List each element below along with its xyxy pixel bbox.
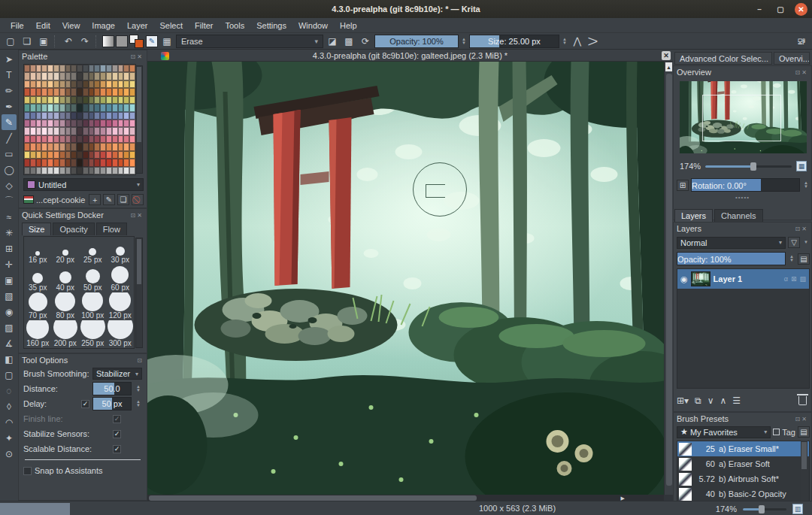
palette-folder-button[interactable]: ❏	[117, 194, 129, 205]
palette-swatch[interactable]	[59, 143, 65, 150]
move-layer-up-icon[interactable]: ∧	[720, 395, 726, 406]
tag-label[interactable]: Tag	[782, 428, 795, 437]
palette-swatch[interactable]	[94, 88, 100, 95]
zoom-tool-tool-icon[interactable]: ⊙	[2, 446, 17, 462]
palette-add-button[interactable]: ＋	[89, 194, 101, 205]
palette-swatch[interactable]	[24, 65, 30, 72]
palette-swatch[interactable]	[112, 104, 118, 111]
palette-swatch[interactable]	[77, 159, 83, 166]
palette-swatch[interactable]	[24, 120, 30, 127]
docker-float-close-icons[interactable]: ⊡✕	[131, 212, 144, 219]
layer-properties-icon[interactable]: ▤	[798, 253, 810, 265]
palette-swatch[interactable]	[65, 151, 71, 159]
palette-swatch[interactable]	[118, 127, 124, 135]
palette-swatch[interactable]	[36, 72, 42, 80]
tab-channels[interactable]: Channels	[714, 209, 762, 222]
brush-smoothing-combo[interactable]: Stabilizer ▾	[92, 368, 142, 380]
palette-swatch[interactable]	[89, 104, 95, 111]
palette-swatch[interactable]	[53, 72, 59, 80]
palette-swatch[interactable]	[71, 135, 77, 143]
palette-swatch[interactable]	[106, 104, 112, 111]
palette-swatch[interactable]	[89, 127, 95, 135]
palette-swatch[interactable]	[112, 120, 118, 127]
palette-swatch[interactable]	[30, 127, 36, 135]
palette-swatch[interactable]	[71, 167, 77, 174]
palette-swatch[interactable]	[94, 167, 100, 174]
palette-swatch[interactable]	[118, 120, 124, 127]
brush-preset-row[interactable]: 60a) Eraser Soft	[677, 456, 809, 471]
palette-swatch[interactable]	[36, 167, 42, 174]
palette-swatch[interactable]	[89, 96, 95, 104]
brush-size-option[interactable]: 250 px	[79, 320, 107, 348]
palette-swatch[interactable]	[77, 120, 83, 127]
palette-swatch[interactable]	[47, 104, 53, 111]
palette-swatch[interactable]	[77, 104, 83, 111]
layer-opacity-spinner[interactable]: ▲▼	[788, 255, 795, 262]
canvas-only-icon[interactable]: ▦	[796, 161, 807, 171]
window-titlebar[interactable]: 4.3.0-prealpha (git 8c9b10e): * — Krita …	[0, 0, 812, 18]
brush-size-option[interactable]: 200 px	[52, 320, 80, 348]
palette-swatch[interactable]	[24, 72, 30, 80]
palette-swatch[interactable]	[89, 72, 95, 80]
palette-swatch[interactable]	[129, 120, 135, 127]
delay-spinner[interactable]: ▲▼	[135, 400, 142, 407]
pattern-edit-tool-icon[interactable]: ▨	[2, 320, 17, 335]
palette-swatch[interactable]	[77, 72, 83, 80]
transform-tool-icon[interactable]: ⊞	[2, 241, 17, 256]
palette-swatch[interactable]	[47, 72, 53, 80]
gradient-tool-tool-icon[interactable]: ▧	[2, 288, 17, 304]
palette-swatch[interactable]	[41, 151, 47, 159]
brush-presets-title[interactable]: Brush Presets ⊡✕	[674, 413, 811, 425]
palette-swatch[interactable]	[24, 112, 30, 120]
toolbar-options-icon[interactable]: 🖳	[794, 35, 809, 48]
blending-mode-combo[interactable]: Erase ▾	[176, 35, 323, 48]
brush-size-option[interactable]: 80 px	[52, 292, 80, 320]
palette-swatch[interactable]	[24, 104, 30, 111]
tab-opacity[interactable]: Opacity	[53, 223, 94, 235]
palette-swatch[interactable]	[118, 112, 124, 120]
statusbar-zoom-slider[interactable]	[743, 508, 786, 510]
brush-size-option[interactable]: 16 px	[24, 237, 52, 265]
palette-swatch[interactable]	[118, 167, 124, 174]
palette-swatch[interactable]	[123, 112, 129, 120]
palette-swatch[interactable]	[94, 72, 100, 80]
edit-shapes-tool-icon[interactable]: ✏	[2, 83, 17, 98]
palette-swatch[interactable]	[41, 159, 47, 166]
palette-swatch[interactable]	[100, 167, 106, 174]
layer-opacity-slider[interactable]: Opacity: 100%	[677, 252, 786, 265]
fill-tool-icon[interactable]: ◧	[2, 351, 17, 367]
layer-properties-button[interactable]: ☰	[732, 395, 741, 406]
brush-editor-icon[interactable]: ✎	[146, 35, 158, 47]
palette-swatch[interactable]	[94, 104, 100, 111]
palette-swatch[interactable]	[65, 120, 71, 127]
palette-swatch[interactable]	[47, 159, 53, 166]
reload-preset-icon[interactable]: ⟳	[358, 35, 373, 48]
palette-swatch[interactable]	[118, 104, 124, 111]
palette-swatch[interactable]	[129, 96, 135, 104]
palette-swatch[interactable]	[30, 80, 36, 88]
open-document-icon[interactable]: ❏	[20, 35, 35, 48]
palette-swatch[interactable]	[100, 112, 106, 120]
palette-name-combo[interactable]: Untitled ▾	[23, 178, 144, 191]
palette-swatch[interactable]	[47, 127, 53, 135]
palette-swatch[interactable]	[47, 88, 53, 95]
palette-swatch[interactable]	[71, 143, 77, 150]
rotation-spinbox[interactable]: Rotation: 0.00°	[691, 178, 800, 192]
palette-swatch[interactable]	[100, 65, 106, 72]
rectangle-tool-icon[interactable]: ▭	[2, 146, 17, 162]
document-close-icon[interactable]: ✕	[662, 51, 671, 60]
palette-swatch[interactable]	[129, 167, 135, 174]
ellipse-tool-icon[interactable]: ◯	[2, 162, 17, 177]
palette-swatch[interactable]	[59, 96, 65, 104]
palette-swatch[interactable]	[47, 151, 53, 159]
palette-swatch[interactable]	[41, 112, 47, 120]
palette-swatch[interactable]	[36, 112, 42, 120]
palette-swatch[interactable]	[47, 96, 53, 104]
menu-tools[interactable]: Tools	[220, 20, 251, 32]
palette-swatch[interactable]	[71, 151, 77, 159]
palette-swatch[interactable]	[83, 120, 89, 127]
palette-swatch[interactable]	[65, 127, 71, 135]
freehand-select-tool-icon[interactable]: ◠	[2, 414, 17, 430]
tab-flow[interactable]: Flow	[96, 223, 127, 235]
palette-swatch[interactable]	[36, 135, 42, 143]
